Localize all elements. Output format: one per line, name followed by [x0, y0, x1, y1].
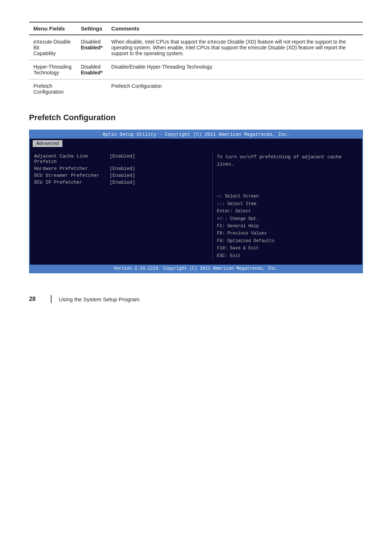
bios-screen: Aptio Setup Utility - Copyright (C) 2011…	[29, 130, 363, 273]
bios-item-label-0: Adjacent Cache Line Prefetch	[34, 154, 107, 164]
bios-item-value-3: [Enabled]	[110, 180, 135, 185]
page-footer: 28 Using the System Setup Program	[29, 295, 363, 303]
bios-help-panel: To turn on/off prefetching of adjacent c…	[213, 152, 362, 261]
key-help-item: F8: Previous Values	[217, 230, 358, 237]
bios-item-value-2: [Enabled]	[110, 173, 135, 178]
bios-key-help: ↔: Select Screen↑↓: Select ItemEnter: Se…	[217, 185, 358, 260]
settings-table: Menu Fields Settings Comments eXecute-Di…	[29, 22, 363, 98]
bios-item-value-0: [Enabled]	[110, 154, 135, 164]
bios-title: Aptio Setup Utility - Copyright (C) 2011…	[30, 130, 362, 139]
bios-help-text: To turn on/off prefetching of adjacent c…	[217, 154, 358, 168]
table-field-0: eXecute-Disable BitCapability	[29, 35, 77, 60]
setting-enabled-0-1: Enabled*	[81, 45, 103, 50]
key-help-item: +/-: Change Opt.	[217, 215, 358, 223]
table-field-1: Hyper-ThreadingTechnology	[29, 60, 77, 79]
key-help-item: F9: Optimized Defaults	[217, 237, 358, 245]
bios-items-panel: Adjacent Cache Line Prefetch[Enabled]Har…	[30, 152, 213, 261]
bios-item-1: Hardware Prefetcher[Enabled]	[34, 166, 208, 171]
table-comment-0: When disable, Intel CPUs that support th…	[107, 35, 363, 60]
key-help-item: Enter: Select	[217, 208, 358, 215]
key-help-item: ↔: Select Screen	[217, 193, 358, 200]
key-help-item: ↑↓: Select Item	[217, 200, 358, 208]
bios-body: Adjacent Cache Line Prefetch[Enabled]Har…	[30, 148, 362, 265]
bios-item-2: DCU Streamer Prefetcher[Enabled]	[34, 173, 208, 178]
bios-tab-advanced: Advanced	[33, 140, 62, 147]
page-divider	[51, 295, 52, 303]
bios-item-label-3: DCU IP Prefetcher	[34, 180, 107, 185]
page-label: Using the System Setup Program	[59, 296, 140, 302]
key-help-item: ESC: Exit	[217, 252, 358, 260]
page-number: 28	[29, 296, 44, 302]
bios-item-3: DCU IP Prefetcher[Enabled]	[34, 180, 208, 185]
table-settings-1: DisabledEnabled*	[77, 60, 107, 79]
bios-footer: Version 2.14.1219. Copyright (C) 2011 Am…	[30, 265, 362, 273]
bios-item-value-1: [Enabled]	[110, 166, 135, 171]
col-header-menu-fields: Menu Fields	[29, 22, 77, 35]
table-settings-2	[77, 79, 107, 99]
bios-tab-bar: Advanced	[30, 139, 362, 148]
bios-item-label-1: Hardware Prefetcher	[34, 166, 107, 171]
table-comment-1: Disable/Enable Hyper-Threading Technolog…	[107, 60, 363, 79]
table-field-2: Prefetch Configuration	[29, 79, 77, 99]
setting-enabled-1-1: Enabled*	[81, 70, 103, 76]
bios-item-label-2: DCU Streamer Prefetcher	[34, 173, 107, 178]
bios-item-0: Adjacent Cache Line Prefetch[Enabled]	[34, 154, 208, 164]
key-help-item: F10: Save & Exit	[217, 245, 358, 252]
key-help-item: F1: General Help	[217, 223, 358, 230]
table-comment-2: Prefetch Configuration	[107, 79, 363, 99]
col-header-comments: Comments	[107, 22, 363, 35]
section-heading: Prefetch Configuration	[29, 113, 363, 122]
table-settings-0: DisabledEnabled*	[77, 35, 107, 60]
col-header-settings: Settings	[77, 22, 107, 35]
